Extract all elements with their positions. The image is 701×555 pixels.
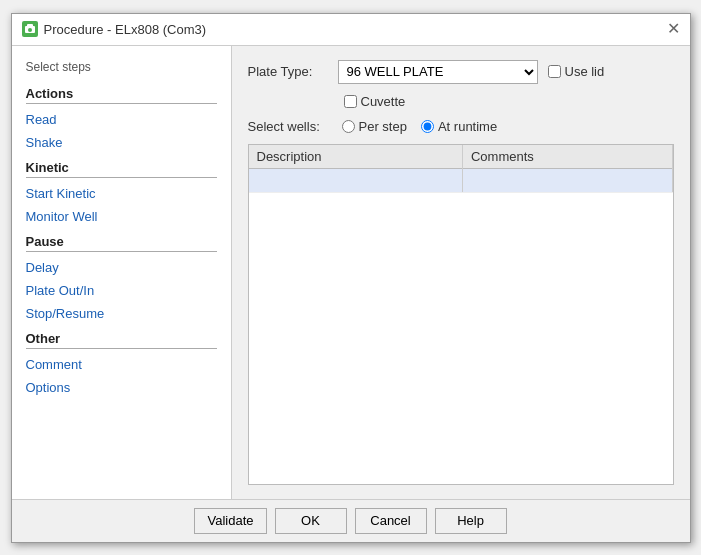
- ok-button[interactable]: OK: [275, 508, 347, 534]
- use-lid-checkbox[interactable]: [548, 65, 561, 78]
- plate-type-label: Plate Type:: [248, 64, 328, 79]
- title-bar-left: Procedure - ELx808 (Com3): [22, 21, 207, 37]
- divider-kinetic: [26, 177, 217, 178]
- at-runtime-radio[interactable]: [421, 120, 434, 133]
- sidebar-item-options[interactable]: Options: [12, 376, 231, 399]
- plate-type-select[interactable]: 96 WELL PLATE 24 WELL PLATE 48 WELL PLAT…: [338, 60, 538, 84]
- cuvette-label[interactable]: Cuvette: [344, 94, 406, 109]
- svg-point-2: [28, 28, 32, 32]
- cuvette-checkbox[interactable]: [344, 95, 357, 108]
- sidebar-item-stop-resume[interactable]: Stop/Resume: [12, 302, 231, 325]
- per-step-radio[interactable]: [342, 120, 355, 133]
- sidebar-item-read[interactable]: Read: [12, 108, 231, 131]
- close-button[interactable]: ✕: [667, 21, 680, 37]
- col-comments: Comments: [462, 145, 672, 169]
- description-table: Description Comments: [249, 145, 673, 193]
- validate-button[interactable]: Validate: [194, 508, 266, 534]
- section-other: Other: [12, 325, 231, 348]
- table-row: [249, 168, 673, 192]
- footer: Validate OK Cancel Help: [12, 499, 690, 542]
- section-pause: Pause: [12, 228, 231, 251]
- divider-pause: [26, 251, 217, 252]
- title-bar: Procedure - ELx808 (Com3) ✕: [12, 14, 690, 46]
- select-wells-label: Select wells:: [248, 119, 328, 134]
- table-cell-comments: [462, 168, 672, 192]
- sidebar-item-monitor-well[interactable]: Monitor Well: [12, 205, 231, 228]
- cuvette-row: Cuvette: [248, 94, 674, 109]
- dialog-body: Select steps Actions Read Shake Kinetic …: [12, 46, 690, 499]
- svg-rect-1: [27, 24, 33, 27]
- at-runtime-radio-label[interactable]: At runtime: [421, 119, 497, 134]
- sidebar-item-plate-out-in[interactable]: Plate Out/In: [12, 279, 231, 302]
- cancel-button[interactable]: Cancel: [355, 508, 427, 534]
- sidebar-header: Select steps: [12, 56, 231, 80]
- main-panel: Plate Type: 96 WELL PLATE 24 WELL PLATE …: [232, 46, 690, 499]
- per-step-radio-label[interactable]: Per step: [342, 119, 407, 134]
- sidebar-item-comment[interactable]: Comment: [12, 353, 231, 376]
- table-header-row: Description Comments: [249, 145, 673, 169]
- divider-actions: [26, 103, 217, 104]
- dialog: Procedure - ELx808 (Com3) ✕ Select steps…: [11, 13, 691, 543]
- sidebar-item-delay[interactable]: Delay: [12, 256, 231, 279]
- plate-type-row: Plate Type: 96 WELL PLATE 24 WELL PLATE …: [248, 60, 674, 84]
- col-description: Description: [249, 145, 463, 169]
- table-cell-description: [249, 168, 463, 192]
- sidebar-item-start-kinetic[interactable]: Start Kinetic: [12, 182, 231, 205]
- sidebar-item-shake[interactable]: Shake: [12, 131, 231, 154]
- dialog-title: Procedure - ELx808 (Com3): [44, 22, 207, 37]
- sidebar: Select steps Actions Read Shake Kinetic …: [12, 46, 232, 499]
- description-table-container: Description Comments: [248, 144, 674, 485]
- use-lid-label[interactable]: Use lid: [548, 64, 605, 79]
- select-wells-row: Select wells: Per step At runtime: [248, 119, 674, 134]
- divider-other: [26, 348, 217, 349]
- app-icon: [22, 21, 38, 37]
- help-button[interactable]: Help: [435, 508, 507, 534]
- section-actions: Actions: [12, 80, 231, 103]
- section-kinetic: Kinetic: [12, 154, 231, 177]
